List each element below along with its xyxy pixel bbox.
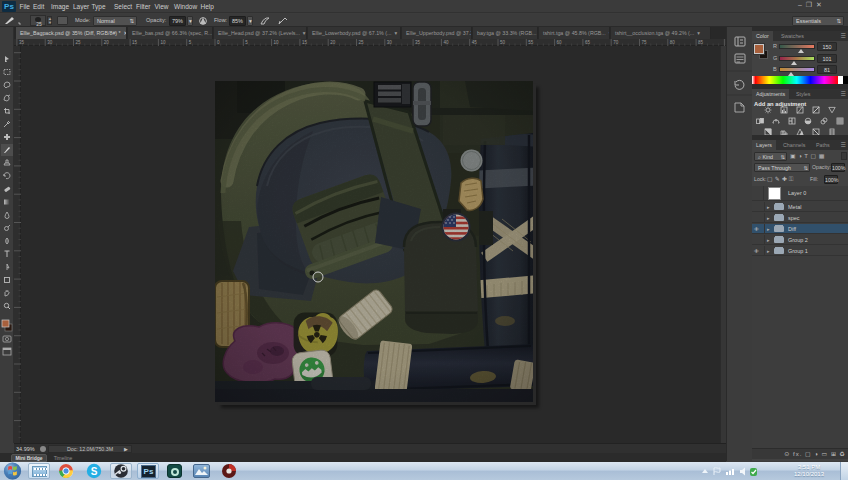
svg-text:5: 5: [189, 40, 192, 45]
svg-text:25: 25: [76, 40, 82, 45]
svg-text:30: 30: [47, 40, 53, 45]
svg-text:35: 35: [19, 40, 25, 45]
svg-text:45: 45: [472, 40, 478, 45]
svg-text:55: 55: [528, 40, 534, 45]
svg-text:20: 20: [104, 40, 110, 45]
svg-text:50: 50: [500, 40, 506, 45]
svg-text:75: 75: [642, 40, 648, 45]
svg-text:30: 30: [387, 40, 393, 45]
svg-text:25: 25: [359, 40, 365, 45]
svg-text:20: 20: [330, 40, 336, 45]
svg-text:70: 70: [613, 40, 619, 45]
svg-text:65: 65: [585, 40, 591, 45]
svg-text:10: 10: [160, 40, 166, 45]
svg-text:15: 15: [302, 40, 308, 45]
svg-text:S: S: [91, 466, 98, 477]
svg-text:35: 35: [415, 40, 421, 45]
svg-text:15: 15: [132, 40, 138, 45]
svg-text:85: 85: [698, 40, 704, 45]
svg-text:40: 40: [443, 40, 449, 45]
svg-text:5: 5: [245, 40, 248, 45]
svg-text:80: 80: [670, 40, 676, 45]
svg-text:0: 0: [217, 40, 220, 45]
svg-text:10: 10: [274, 40, 280, 45]
svg-text:60: 60: [557, 40, 563, 45]
